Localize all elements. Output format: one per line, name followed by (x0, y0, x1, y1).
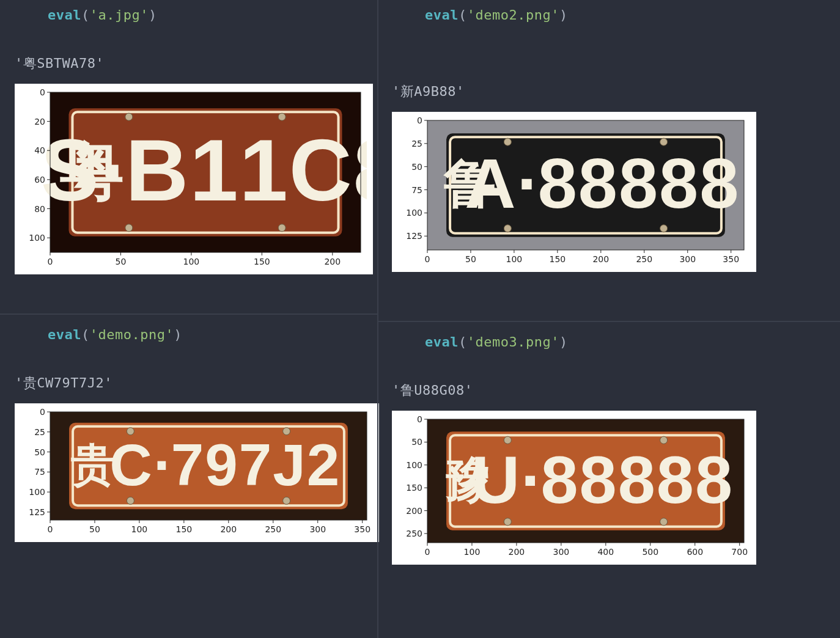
svg-text:350: 350 (723, 254, 739, 264)
svg-text:350: 350 (354, 524, 370, 534)
svg-text:0: 0 (40, 87, 45, 97)
svg-text:500: 500 (642, 547, 658, 557)
output-text-bl: '贵CW79T7J2' (0, 374, 377, 392)
close-paren: ) (559, 334, 568, 350)
svg-point-37 (127, 497, 134, 504)
cell-divider (0, 314, 377, 315)
cell-divider (377, 321, 840, 322)
string-arg: 'demo.png' (90, 327, 174, 342)
svg-text:200: 200 (406, 505, 422, 515)
svg-text:250: 250 (636, 254, 652, 264)
svg-text:600: 600 (687, 547, 703, 557)
svg-point-75 (504, 225, 511, 232)
string-arg: 'demo3.png' (467, 334, 559, 350)
svg-text:0: 0 (48, 524, 53, 534)
svg-text:0: 0 (417, 414, 422, 424)
svg-text:50: 50 (411, 162, 422, 172)
svg-text:25: 25 (34, 427, 45, 436)
svg-point-114 (660, 518, 668, 525)
svg-text:250: 250 (265, 524, 281, 534)
matplotlib-figure: 豫U·8888805010015020025001002003004005006… (396, 414, 750, 561)
svg-text:100: 100 (406, 460, 422, 469)
svg-text:100: 100 (29, 233, 45, 243)
svg-point-3 (125, 113, 133, 120)
close-paren: ) (174, 327, 182, 342)
svg-text:400: 400 (597, 547, 614, 557)
plot-tr[interactable]: 鲁A·8888802550751001250501001502002503003… (392, 112, 756, 272)
svg-text:75: 75 (34, 467, 45, 477)
open-paren: ( (459, 7, 467, 23)
svg-text:50: 50 (34, 447, 45, 457)
svg-text:150: 150 (176, 524, 193, 534)
plot-br[interactable]: 豫U·8888805010015020025001002003004005006… (392, 411, 756, 565)
svg-point-4 (278, 113, 286, 120)
open-paren: ( (81, 7, 90, 23)
fn-name: eval (425, 7, 459, 23)
notebook-grid: eval('a.jpg') '粤SBTWA78' 粤S·B11C80204060… (0, 0, 840, 638)
string-arg: 'demo2.png' (467, 7, 559, 23)
svg-text:60: 60 (34, 175, 45, 185)
open-paren: ( (459, 334, 467, 350)
code-input-bl[interactable]: eval('demo.png') (0, 326, 377, 345)
svg-text:A·88888: A·88888 (465, 144, 740, 222)
svg-point-38 (283, 497, 290, 504)
svg-text:20: 20 (34, 116, 45, 126)
svg-point-5 (125, 224, 133, 232)
svg-text:200: 200 (509, 547, 525, 557)
column-divider (377, 0, 378, 638)
svg-text:125: 125 (29, 507, 45, 516)
svg-text:100: 100 (506, 254, 523, 264)
output-text-tl: '粤SBTWA78' (0, 54, 377, 73)
svg-text:300: 300 (309, 524, 326, 534)
code-input-br[interactable]: eval('demo3.png') (377, 333, 840, 352)
fn-name: eval (425, 334, 459, 350)
matplotlib-figure: 鲁A·8888802550751001250501001502002503003… (396, 116, 750, 268)
svg-point-76 (660, 225, 668, 232)
svg-text:150: 150 (406, 483, 422, 493)
svg-text:125: 125 (406, 231, 422, 241)
svg-text:250: 250 (406, 529, 422, 538)
fn-name: eval (48, 7, 81, 23)
svg-text:700: 700 (731, 547, 748, 557)
svg-text:50: 50 (89, 524, 100, 534)
svg-text:0: 0 (425, 547, 430, 557)
svg-text:300: 300 (679, 254, 696, 264)
svg-text:100: 100 (406, 208, 422, 218)
svg-text:25: 25 (411, 139, 422, 148)
svg-text:150: 150 (550, 254, 566, 264)
svg-text:S·B11C8: S·B11C8 (41, 122, 367, 219)
svg-text:75: 75 (411, 185, 422, 194)
svg-point-6 (278, 224, 286, 232)
matplotlib-figure: 粤S·B11C8020406080100050100150200 (18, 87, 367, 271)
output-text-tr: '新A9B88' (377, 82, 840, 101)
plot-tl[interactable]: 粤S·B11C8020406080100050100150200 (15, 84, 373, 274)
svg-text:0: 0 (40, 407, 45, 417)
plot-bl[interactable]: 贵C·797J202550751001250501001502002503003… (15, 403, 379, 542)
fn-name: eval (48, 327, 81, 342)
svg-text:贵: 贵 (71, 441, 114, 489)
svg-text:100: 100 (131, 524, 148, 534)
close-paren: ) (149, 7, 157, 23)
svg-text:50: 50 (411, 437, 422, 447)
code-input-tl[interactable]: eval('a.jpg') (0, 6, 377, 25)
svg-text:C·797J2: C·797J2 (109, 431, 341, 497)
svg-text:200: 200 (220, 524, 237, 534)
output-text-br: '鲁U88G08' (377, 381, 840, 400)
code-input-tr[interactable]: eval('demo2.png') (377, 6, 840, 25)
svg-text:100: 100 (29, 487, 45, 497)
matplotlib-figure: 贵C·797J202550751001250501001502002503003… (18, 407, 373, 538)
svg-text:150: 150 (254, 257, 270, 266)
right-column: eval('demo2.png') '新A9B88' 鲁A·8888802550… (377, 0, 840, 638)
svg-text:300: 300 (553, 547, 570, 557)
open-paren: ( (81, 327, 90, 342)
svg-text:200: 200 (324, 257, 341, 266)
svg-text:U·88888: U·88888 (471, 442, 734, 516)
cell-br: eval('demo3.png') '鲁U88G08' 豫U·888880501… (377, 327, 840, 579)
svg-text:40: 40 (34, 145, 45, 155)
svg-text:0: 0 (417, 116, 422, 125)
left-column: eval('a.jpg') '粤SBTWA78' 粤S·B11C80204060… (0, 0, 377, 638)
svg-text:100: 100 (183, 257, 200, 266)
svg-text:0: 0 (425, 254, 430, 264)
svg-text:100: 100 (464, 547, 481, 557)
svg-text:80: 80 (34, 204, 45, 213)
